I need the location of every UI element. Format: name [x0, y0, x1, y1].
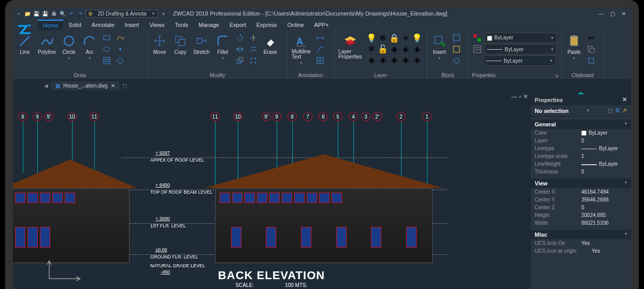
plot-icon[interactable]: 🖶 [50, 10, 58, 17]
section-misc[interactable]: Misc▾ [531, 230, 631, 239]
trim-button[interactable] [248, 33, 259, 43]
layer-off-button[interactable]: 💡 [366, 33, 377, 43]
prop-row[interactable]: Thickness0 [531, 168, 631, 176]
dimension-button[interactable] [315, 33, 325, 43]
canvas-close-icon[interactable]: ✕ [523, 93, 528, 100]
quick-select-icon[interactable]: ⚙ [615, 107, 620, 114]
dialog-launcher-icon[interactable]: ↘ [554, 73, 559, 78]
insert-button[interactable]: Insert▾ [431, 33, 448, 62]
new-icon[interactable]: ▫ [15, 10, 22, 17]
tab-scroll-left-icon[interactable]: ◀ [44, 83, 48, 89]
layer-unlock-button[interactable]: 🔓 [378, 44, 388, 54]
drawing-canvas[interactable]: — ▫ ✕ 8 9 9' 10 11 11 10 9' 9 8 7 6 5 4 … [13, 91, 530, 289]
layer-walk-button[interactable]: ◈ [366, 54, 377, 65]
leader-button[interactable] [315, 44, 325, 54]
layer-match-button[interactable]: ◈ [389, 44, 399, 54]
prop-row[interactable]: ColorByLayer [531, 129, 631, 137]
fillet-button[interactable]: Fillet▾ [214, 33, 232, 62]
create-block-button[interactable] [451, 33, 462, 43]
stretch-button[interactable]: Stretch [192, 33, 211, 56]
prop-row[interactable]: Linetype scale1 [531, 152, 631, 160]
lineweight-selector[interactable]: ByLayer▼ [483, 55, 556, 66]
layer-freeze-button[interactable]: ❄ [378, 33, 388, 43]
maximize-button[interactable]: ▢ [607, 9, 618, 18]
saveas-icon[interactable]: 💾 [41, 10, 49, 17]
scale-button[interactable] [235, 55, 245, 66]
undo-icon[interactable]: ↶ [68, 10, 75, 17]
prop-row[interactable]: UCS Icon OnYes [531, 239, 631, 247]
copy-clip-button[interactable] [586, 44, 596, 54]
save-icon[interactable]: 💾 [33, 10, 40, 17]
circle-button[interactable]: Circle▾ [60, 33, 78, 62]
layer-on-button[interactable]: 💡 [412, 33, 422, 43]
polyline-button[interactable]: Polyline [37, 33, 57, 56]
match-prop-button[interactable] [472, 33, 482, 43]
offset-button[interactable] [248, 44, 259, 54]
close-panel-icon[interactable]: ✕ [622, 96, 627, 103]
prop-row[interactable]: LinetypeByLayer [531, 144, 631, 152]
mirror-button[interactable] [235, 44, 245, 54]
minimize-button[interactable]: — [596, 9, 606, 18]
redo-icon[interactable]: ↷ [77, 10, 84, 17]
close-tab-icon[interactable]: ✕ [111, 83, 115, 89]
tab-app[interactable]: APP+ [309, 20, 334, 30]
tab-insert[interactable]: Insert [120, 20, 145, 30]
layer-properties-button[interactable]: Layer Properties [337, 33, 363, 61]
spline-button[interactable] [115, 33, 125, 43]
layer-lock-button[interactable]: 🔒 [389, 33, 399, 43]
layer-iso-button[interactable]: ☀ [400, 33, 411, 43]
new-tab-button[interactable]: ▢ [122, 83, 127, 89]
edit-attr-button[interactable] [451, 55, 462, 66]
prop-row[interactable]: Width86021.5336 [531, 219, 631, 227]
layer-state-button[interactable]: ◈ [412, 44, 422, 54]
region-button[interactable] [115, 55, 125, 66]
tab-express[interactable]: Express [251, 20, 282, 30]
canvas-restore-icon[interactable]: ▫ [519, 93, 521, 100]
layer-prev-button[interactable]: ◈ [400, 44, 411, 54]
copy-base-button[interactable] [586, 55, 596, 66]
prop-row[interactable]: UCS icon at originYes [531, 247, 631, 255]
hatch-button[interactable] [102, 55, 112, 66]
tab-online[interactable]: Online [282, 20, 309, 30]
preview-icon[interactable]: 🔍 [59, 10, 66, 17]
move-button[interactable]: Move [151, 33, 168, 56]
prop-row[interactable]: Center X46164.7494 [531, 188, 631, 196]
qat-more-icon[interactable]: ▾ [160, 10, 167, 17]
layer-merge-button[interactable]: ◈ [378, 54, 388, 65]
tab-export[interactable]: Export [224, 20, 251, 30]
mtext-button[interactable]: A Multiline Text▾ [291, 33, 312, 66]
table-button[interactable] [315, 55, 325, 66]
chevron-down-icon[interactable]: ▼ [586, 108, 590, 113]
color-selector[interactable]: ByLayer▼ [484, 33, 557, 43]
ellipse-button[interactable] [102, 44, 112, 54]
array-button[interactable] [248, 55, 259, 66]
layer-delete-button[interactable]: ◈ [389, 54, 399, 65]
prop-row[interactable]: Height20024.885 [531, 211, 631, 219]
layer-copy-button[interactable]: ◈ [412, 54, 422, 65]
list-button[interactable] [472, 44, 482, 54]
tab-home[interactable]: Home [38, 20, 63, 30]
workspace-selector[interactable]: ⚙ 2D Drafting & Annota ▼ [85, 10, 158, 18]
prop-row[interactable]: Layer0 [531, 137, 631, 144]
app-logo[interactable] [15, 20, 34, 39]
tab-manage[interactable]: Manage [193, 20, 224, 30]
rotate-button[interactable] [235, 33, 245, 43]
select-objects-icon[interactable]: ↗ [622, 107, 627, 114]
arc-button[interactable]: Arc▾ [81, 33, 98, 62]
rectangle-button[interactable] [102, 33, 112, 43]
edit-block-button[interactable] [451, 44, 462, 54]
document-tab[interactable]: ▦ House_...ation.dwg ✕ [51, 81, 119, 90]
point-button[interactable] [115, 44, 125, 54]
cut-button[interactable]: ✂ [586, 33, 596, 43]
prop-row[interactable]: Center Y35646.2688 [531, 196, 631, 204]
close-button[interactable]: ✕ [619, 9, 629, 18]
toggle-pim-icon[interactable]: ◫ [608, 107, 613, 114]
prop-row[interactable]: Center Z0 [531, 204, 631, 211]
tab-solid[interactable]: Solid [63, 20, 86, 30]
erase-button[interactable]: Erase [262, 33, 279, 56]
canvas-minimize-icon[interactable]: — [511, 93, 517, 100]
tab-tools[interactable]: Tools [170, 20, 194, 30]
layer-change-button[interactable]: ◈ [400, 54, 411, 65]
tab-views[interactable]: Views [144, 20, 169, 30]
paste-button[interactable]: Paste▾ [565, 33, 583, 62]
